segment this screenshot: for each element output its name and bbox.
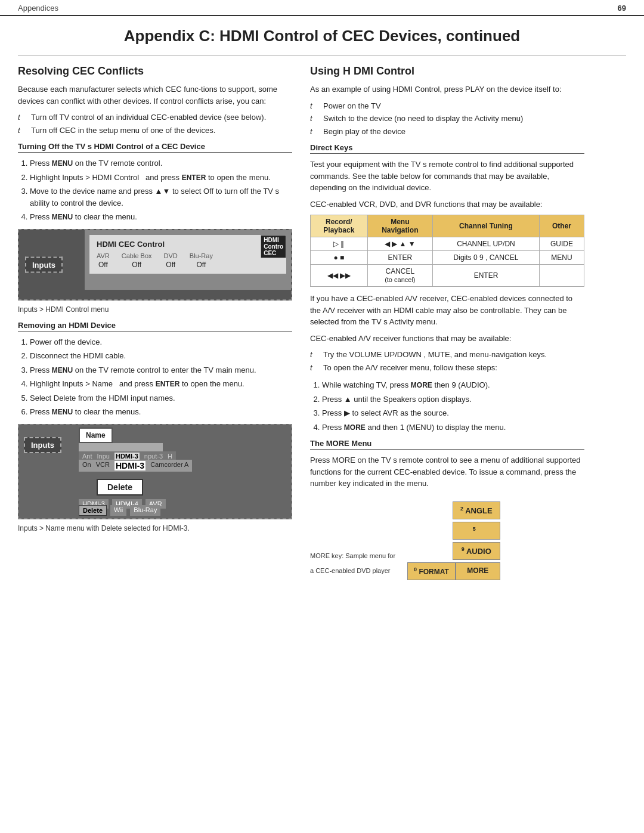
hdmi-col-bluray: Blu-Ray Off bbox=[190, 252, 213, 269]
angle-label: 2 ANGLE bbox=[453, 501, 500, 519]
av-step-4: Press MORE and then 1 (MENU) to display … bbox=[322, 422, 584, 433]
av-receiver-intro: If you have a CEC-enabled A/V receiver, … bbox=[310, 293, 584, 328]
left-intro: Because each manufacturer selects which … bbox=[18, 83, 292, 107]
left-section-title: Resolving CEC Conflicts bbox=[18, 65, 292, 78]
table-row-3: ◀◀ ▶▶ CANCEL(to cancel) ENTER bbox=[311, 265, 584, 287]
table-cell-other1: GUIDE bbox=[539, 237, 584, 251]
header-page-number: 69 bbox=[618, 4, 626, 13]
av-bullets: t Try the VOLUME UP/DOWN , MUTE, and men… bbox=[310, 349, 584, 373]
more-button: MORE bbox=[456, 562, 500, 580]
two-column-layout: Resolving CEC Conflicts Because each man… bbox=[0, 65, 644, 580]
inputs-label-2: Inputs bbox=[24, 437, 61, 453]
hdmi-control-grid: AVR Off Cable Box Off DVD Off bbox=[97, 252, 279, 269]
av-bullet-2: t To open the A/V receiver menu, follow … bbox=[310, 362, 584, 374]
bottom-row2-screenshot2: Delete Wii Blu-Ray bbox=[79, 505, 160, 516]
left-bullet-2: t Turn off CEC in the setup menu of one … bbox=[18, 125, 292, 137]
angle-button: 2 ANGLE bbox=[453, 501, 500, 519]
hdmi-control-title: HDMI CEC Control bbox=[97, 240, 279, 249]
left-bullet-1: t Turn off TV control of an individual C… bbox=[18, 112, 292, 123]
table-cell-rew-ff: ◀◀ ▶▶ bbox=[311, 265, 368, 287]
table-cell-other2: MENU bbox=[539, 251, 584, 265]
format-button: 0 FORMAT bbox=[407, 562, 456, 580]
step-4: Press MENU to clear the menu. bbox=[30, 211, 292, 223]
av-step-3: Press ▶ to select AVR as the source. bbox=[322, 407, 584, 419]
cec-table: Record/Playback MenuNavigation Channel T… bbox=[310, 215, 584, 287]
hdmi-col-dvd: DVD Off bbox=[164, 252, 178, 269]
table-header-record: Record/Playback bbox=[311, 215, 368, 237]
header-appendices: Appendices bbox=[18, 4, 58, 13]
step-3: Move to the device name and press ▲▼ to … bbox=[30, 185, 292, 209]
subsection2-steps: Power off the device. Disconnect the HDM… bbox=[18, 336, 292, 418]
av-bullet-1: t Try the VOLUME UP/DOWN , MUTE, and men… bbox=[310, 349, 584, 361]
table-cell-cancel: CANCEL(to cancel) bbox=[367, 265, 432, 287]
table-cell-enter: ENTER bbox=[367, 251, 432, 265]
table-row-2: ● ■ ENTER Digits 0 9 , CANCEL MENU bbox=[311, 251, 584, 265]
audio-num: 9 bbox=[462, 546, 465, 552]
screenshot1-inner: HDMI CEC Control AVR Off Cable Box Off bbox=[85, 230, 291, 290]
right-bullets: t Power on the TV t Switch to the device… bbox=[310, 100, 584, 138]
av-step-2: Press ▲ until the Speakers option displa… bbox=[322, 394, 584, 405]
remove-step-1: Power off the device. bbox=[30, 336, 292, 348]
table-cell-rec-stop: ● ■ bbox=[311, 251, 368, 265]
screenshot2-caption: Inputs > Name menu with Delete selected … bbox=[18, 523, 292, 534]
table-cell-channel2: Digits 0 9 , CANCEL bbox=[432, 251, 539, 265]
direct-keys-body: Test your equipment with the TV s remote… bbox=[310, 159, 584, 194]
screenshot1: Inputs HDMIControCEC HDMI CEC Control AV… bbox=[18, 229, 292, 301]
av-receiver-functions: CEC-enabled A/V receiver functions that … bbox=[310, 333, 584, 345]
page-header: Appendices 69 bbox=[0, 0, 644, 16]
direct-keys-label: Direct Keys bbox=[310, 143, 584, 154]
more-menu-label: The MORE Menu bbox=[310, 439, 584, 450]
delete-popup: Delete bbox=[97, 479, 143, 496]
right-bullet-1: t Power on the TV bbox=[310, 100, 584, 112]
screenshot2: Inputs Name AntInpuHDMI-3nput-3H OnVCRHD… bbox=[18, 424, 292, 519]
av-step-1: While watching TV, press MORE then 9 (AU… bbox=[322, 379, 584, 391]
type-row-screenshot2: OnVCRHDMI-3Camcorder A bbox=[79, 460, 192, 472]
remove-step-5: Select Delete from the HDMI input names. bbox=[30, 392, 292, 404]
subsection1-steps: Press MENU on the TV remote control. Hig… bbox=[18, 157, 292, 223]
right-column: Using H DMI Control As an example of usi… bbox=[310, 65, 584, 580]
hdmi-control-box: HDMI CEC Control AVR Off Cable Box Off bbox=[89, 235, 286, 274]
btn-5: 5 bbox=[453, 522, 500, 540]
remove-step-3: Press MENU on the TV remote control to e… bbox=[30, 364, 292, 376]
table-header-menu: MenuNavigation bbox=[367, 215, 432, 237]
remove-step-6: Press MENU to clear the menus. bbox=[30, 406, 292, 418]
right-intro: As an example of using HDMI Control, pre… bbox=[310, 83, 584, 95]
name-popup: Name bbox=[79, 428, 113, 443]
appendix-title: Appendix C: HDMI Control of CEC Devices,… bbox=[18, 21, 626, 55]
step-1: Press MENU on the TV remote control. bbox=[30, 157, 292, 169]
format-more-pair: 0 FORMAT MORE bbox=[407, 562, 500, 580]
table-cell-play-pause: ▷ ‖ bbox=[311, 237, 368, 251]
table-header-channel: Channel Tuning bbox=[432, 215, 539, 237]
table-cell-channel3: ENTER bbox=[432, 265, 539, 287]
more-caption-line2: a CEC-enabled DVD player bbox=[310, 566, 395, 576]
right-bullet-2: t Switch to the device (no need to displ… bbox=[310, 113, 584, 125]
table-cell-channel1: CHANNEL UP/DN bbox=[432, 237, 539, 251]
hdmi-col-avr: AVR Off bbox=[97, 252, 110, 269]
table-cell-nav1: ◀ ▶ ▲ ▼ bbox=[367, 237, 432, 251]
right-section-title: Using H DMI Control bbox=[310, 65, 584, 78]
more-caption-line1: MORE key: Sample menu for bbox=[310, 551, 395, 561]
angle-num: 2 bbox=[460, 506, 463, 512]
right-bullet-3: t Begin play of the device bbox=[310, 126, 584, 138]
left-bullets: t Turn off TV control of an individual C… bbox=[18, 112, 292, 136]
av-steps: While watching TV, press MORE then 9 (AU… bbox=[310, 379, 584, 433]
subsection2-label: Removing an HDMI Device bbox=[18, 321, 292, 332]
table-header-other: Other bbox=[539, 215, 584, 237]
format-num: 0 bbox=[414, 566, 417, 572]
cec-intro: CEC-enabled VCR, DVD, and DVR functions … bbox=[310, 199, 584, 210]
remove-step-4: Highlight Inputs > Name and press ENTER … bbox=[30, 378, 292, 390]
hdmi-col-cablebox: Cable Box Off bbox=[122, 252, 152, 269]
left-column: Resolving CEC Conflicts Because each man… bbox=[18, 65, 292, 580]
more-menu-caption-block: MORE key: Sample menu for a CEC-enabled … bbox=[310, 549, 395, 580]
page-container: Appendices 69 Appendix C: HDMI Control o… bbox=[0, 0, 644, 833]
hdmi-control-badge: HDMIControCEC bbox=[261, 235, 286, 258]
more-menu-section: MORE key: Sample menu for a CEC-enabled … bbox=[310, 496, 584, 581]
table-row-1: ▷ ‖ ◀ ▶ ▲ ▼ CHANNEL UP/DN GUIDE bbox=[311, 237, 584, 251]
audio-button: 9 AUDIO bbox=[453, 542, 500, 560]
screenshot1-caption: Inputs > HDMI Control menu bbox=[18, 304, 292, 315]
table-cell-other3 bbox=[539, 265, 584, 287]
subsection1-label: Turning Off the TV s HDMI Control of a C… bbox=[18, 142, 292, 153]
more-menu-body: Press MORE on the TV s remote control to… bbox=[310, 454, 584, 490]
step-2: Highlight Inputs > HDMI Control and pres… bbox=[30, 172, 292, 184]
remove-step-2: Disconnect the HDMI cable. bbox=[30, 350, 292, 362]
